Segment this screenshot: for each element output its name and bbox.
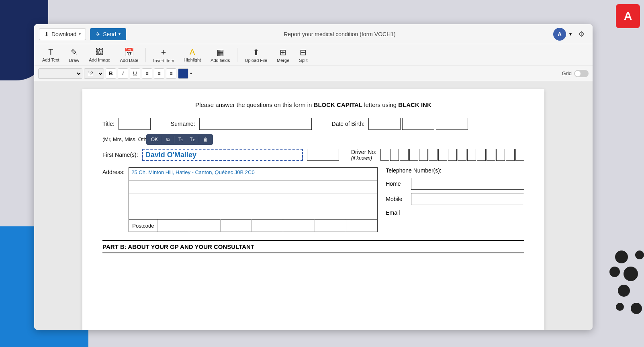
first-name-field-container: OK ⧉ T₁ T₂ 🗑 David O'Malley <box>142 149 303 161</box>
postcode-box-5[interactable] <box>283 219 315 232</box>
postcode-box-4[interactable] <box>252 219 283 232</box>
driver-no-label: Driver No: <box>351 149 376 155</box>
email-field[interactable] <box>407 208 524 217</box>
driver-box-6[interactable] <box>429 149 438 161</box>
driver-box-12[interactable] <box>487 149 495 161</box>
address-label: Address: <box>102 169 125 175</box>
toolbar: T Add Text ✎ Draw 🖼 Add Image 📅 Add Date… <box>34 44 593 66</box>
title-field[interactable] <box>119 118 151 130</box>
send-chevron-icon: ▾ <box>119 32 121 36</box>
postcode-box-6[interactable] <box>315 219 346 232</box>
driver-box-4[interactable] <box>409 149 418 161</box>
bold-button[interactable]: B <box>106 68 116 79</box>
context-t1-button[interactable]: T₁ <box>176 136 186 143</box>
first-name-value: David O'Malley <box>145 151 196 159</box>
driver-box-13[interactable] <box>496 149 505 161</box>
postcode-box-7[interactable] <box>346 219 377 232</box>
postcode-label: Postcode <box>129 220 157 232</box>
first-name-field[interactable]: David O'Malley <box>142 149 303 161</box>
dob-year-field[interactable] <box>436 118 468 130</box>
split-tool[interactable]: ⊟ Split <box>295 46 311 64</box>
merge-icon: ⊞ <box>280 47 286 57</box>
download-button[interactable]: ⬇ Download ▾ <box>39 28 86 40</box>
toolbar-separator-2 <box>237 48 237 62</box>
address-line-4[interactable] <box>129 206 377 219</box>
driver-box-2[interactable] <box>390 149 399 161</box>
user-menu-chevron-icon[interactable]: ▾ <box>569 31 572 37</box>
draw-tool[interactable]: ✎ Draw <box>65 46 84 64</box>
add-fields-tool[interactable]: ▦ Add fields <box>206 46 234 64</box>
add-date-tool[interactable]: 📅 Add Date <box>116 46 142 64</box>
address-fields: 25 Ch. Minton Hill, Hatley - Canton, Qué… <box>129 167 378 220</box>
add-text-label: Add Text <box>42 57 59 62</box>
context-delete-icon[interactable]: 🗑 <box>201 136 211 143</box>
context-ok-button[interactable]: OK <box>149 136 160 143</box>
text-color-swatch[interactable] <box>178 68 188 79</box>
insert-item-tool[interactable]: ＋ Insert Item <box>149 45 178 65</box>
surname-field[interactable] <box>199 118 312 130</box>
align-center-button[interactable]: ≡ <box>154 68 164 79</box>
merge-tool[interactable]: ⊞ Merge <box>273 46 293 64</box>
driver-box-10[interactable] <box>467 149 476 161</box>
driver-box-3[interactable] <box>400 149 409 161</box>
calendar-icon: 📅 <box>124 47 134 57</box>
driver-no-boxes <box>380 149 524 161</box>
postcode-box-1[interactable] <box>157 219 189 232</box>
top-bar-right: A ▾ ⚙ <box>553 28 588 41</box>
upload-file-tool[interactable]: ⬆ Upload File <box>241 46 271 64</box>
driver-box-14[interactable] <box>506 149 515 161</box>
underline-button[interactable]: U <box>130 68 140 79</box>
driver-box-8[interactable] <box>448 149 457 161</box>
context-copy-icon[interactable]: ⧉ <box>164 136 172 143</box>
align-right-button[interactable]: ≡ <box>166 68 176 79</box>
adobe-logo-text: A <box>624 10 632 23</box>
mobile-label: Mobile <box>386 196 408 202</box>
add-text-tool[interactable]: T Add Text <box>38 46 63 64</box>
draw-icon: ✎ <box>71 47 78 57</box>
grid-label: Grid <box>562 70 572 76</box>
mobile-phone-row: Mobile <box>386 193 524 205</box>
postcode-box-2[interactable] <box>189 219 221 232</box>
address-line-1[interactable]: 25 Ch. Minton Hill, Hatley - Canton, Qué… <box>129 168 377 181</box>
dob-month-field[interactable] <box>402 118 434 130</box>
italic-button[interactable]: I <box>118 68 128 79</box>
address-line-2[interactable] <box>129 181 377 193</box>
driver-box-15[interactable] <box>515 149 524 161</box>
document-page: Please answer the questions on this form… <box>82 89 544 330</box>
highlight-tool[interactable]: A Highlight <box>180 46 205 64</box>
driver-box-11[interactable] <box>477 149 486 161</box>
adobe-logo: A <box>616 4 640 28</box>
grid-toggle: Grid <box>562 70 589 77</box>
ctx-sep-2 <box>174 136 174 143</box>
email-row: Email <box>386 208 524 217</box>
download-chevron-icon: ▾ <box>79 32 81 36</box>
grid-toggle-thumb <box>575 71 581 76</box>
home-label: Home <box>386 181 408 187</box>
align-left-button[interactable]: ≡ <box>142 68 152 79</box>
settings-icon[interactable]: ⚙ <box>575 28 588 41</box>
context-t2-button[interactable]: T₂ <box>187 136 197 143</box>
font-family-select[interactable] <box>38 68 82 79</box>
driver-box-1[interactable] <box>380 149 389 161</box>
postcode-box-3[interactable] <box>221 219 252 232</box>
driver-no-note: (if known) <box>351 155 376 161</box>
mobile-phone-field[interactable] <box>411 193 524 205</box>
home-phone-field[interactable] <box>411 178 524 190</box>
driver-box-5[interactable] <box>419 149 428 161</box>
driver-no-section: Driver No: (if known) <box>351 149 524 161</box>
ctx-sep-3 <box>199 136 199 143</box>
first-name-extra-field[interactable] <box>307 149 339 161</box>
add-image-tool[interactable]: 🖼 Add Image <box>85 46 114 64</box>
add-image-label: Add Image <box>89 57 110 62</box>
address-line-3[interactable] <box>129 193 377 206</box>
send-button[interactable]: ✈ Send ▾ <box>90 28 126 40</box>
grid-toggle-track[interactable] <box>574 70 589 77</box>
dob-day-field[interactable] <box>368 118 401 130</box>
address-section: Address: 25 Ch. Minton Hill, Hatley - Ca… <box>102 167 524 232</box>
driver-box-9[interactable] <box>458 149 466 161</box>
color-chevron-icon[interactable]: ▾ <box>190 71 192 76</box>
user-avatar[interactable]: A <box>553 28 566 41</box>
add-fields-label: Add fields <box>211 58 230 63</box>
driver-box-7[interactable] <box>438 149 447 161</box>
font-size-select[interactable]: 12 <box>84 68 104 79</box>
